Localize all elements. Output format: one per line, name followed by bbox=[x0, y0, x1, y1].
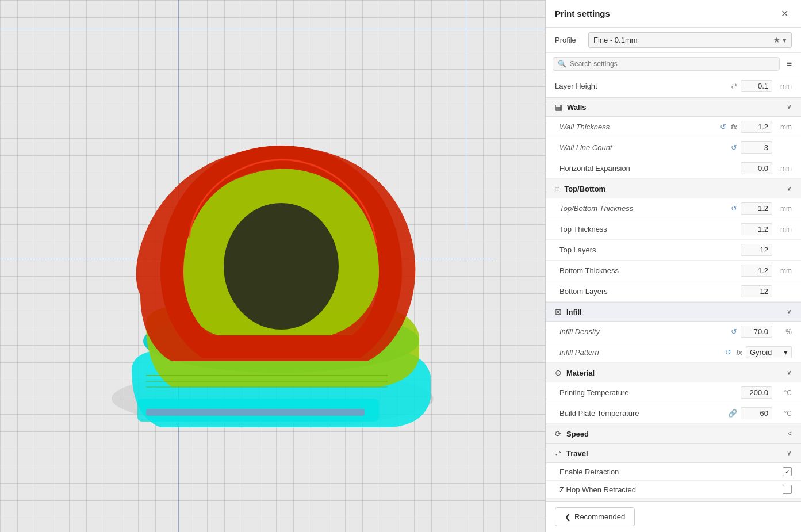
layer-height-label: Layer Height bbox=[555, 82, 727, 90]
profile-value: Fine - 0.1mm bbox=[593, 36, 638, 44]
build-plate-temp-label: Build Plate Temperature bbox=[559, 409, 725, 418]
layer-height-link-icon[interactable]: ⇄ bbox=[730, 81, 738, 91]
bottom-thickness-unit: mm bbox=[775, 267, 792, 275]
infill-pattern-fx[interactable]: fx bbox=[735, 347, 743, 358]
topbottom-thickness-label: Top/Bottom Thickness bbox=[559, 204, 727, 213]
walls-icon: ▦ bbox=[555, 102, 562, 112]
travel-icon: ⇌ bbox=[555, 449, 562, 458]
search-input[interactable] bbox=[570, 60, 775, 68]
topbottom-thickness-unit: mm bbox=[775, 205, 792, 213]
material-icon: ⊙ bbox=[555, 368, 562, 377]
zhop-row: Z Hop When Retracted bbox=[546, 481, 801, 499]
material-section-header[interactable]: ⊙ Material ∨ bbox=[546, 363, 801, 382]
close-button[interactable]: ✕ bbox=[777, 7, 792, 20]
enable-retraction-label: Enable Retraction bbox=[559, 468, 780, 476]
wall-thickness-reset[interactable]: ↺ bbox=[719, 121, 727, 132]
infill-density-reset[interactable]: ↺ bbox=[730, 326, 738, 337]
build-plate-temp-unit: °C bbox=[775, 409, 792, 418]
layer-height-unit: mm bbox=[775, 82, 792, 90]
layer-height-value[interactable]: 0.1 bbox=[741, 80, 772, 92]
recommended-label: Recommended bbox=[574, 512, 625, 521]
walls-title: Walls bbox=[567, 103, 782, 112]
build-plate-temp-value[interactable]: 60 bbox=[741, 407, 772, 419]
speed-title: Speed bbox=[566, 430, 783, 438]
top-layers-value[interactable]: 12 bbox=[741, 244, 772, 256]
build-plate-link-icon[interactable]: 🔗 bbox=[727, 408, 738, 419]
wall-line-count-row: Wall Line Count ↺ 3 bbox=[546, 137, 801, 158]
wall-thickness-unit: mm bbox=[775, 123, 792, 131]
infill-chevron: ∨ bbox=[787, 308, 792, 316]
topbottom-thickness-value[interactable]: 1.2 bbox=[741, 202, 772, 215]
infill-density-unit: % bbox=[775, 328, 792, 336]
layer-height-row: Layer Height ⇄ 0.1 mm bbox=[546, 75, 801, 97]
top-thickness-label: Top Thickness bbox=[559, 225, 738, 234]
infill-pattern-row: Infill Pattern ↺ fx Gyroid ▾ bbox=[546, 342, 801, 363]
wall-line-count-value[interactable]: 3 bbox=[741, 141, 772, 154]
walls-section-header[interactable]: ▦ Walls ∨ bbox=[546, 97, 801, 117]
panel-title: Print settings bbox=[555, 9, 610, 18]
menu-icon[interactable]: ≡ bbox=[784, 56, 794, 71]
center-hole bbox=[224, 203, 339, 330]
walls-chevron: ∨ bbox=[787, 103, 792, 111]
bottom-thickness-label: Bottom Thickness bbox=[559, 266, 738, 275]
recommended-chevron: ❮ bbox=[565, 512, 571, 521]
speed-icon: ⟳ bbox=[555, 429, 562, 438]
material-title: Material bbox=[566, 369, 782, 377]
infill-title: Infill bbox=[566, 308, 782, 316]
bottom-layers-value[interactable]: 12 bbox=[741, 285, 772, 297]
horizontal-expansion-row: Horizontal Expansion 0.0 mm bbox=[546, 158, 801, 179]
printing-temp-unit: °C bbox=[775, 389, 792, 397]
printing-temp-row: Printing Temperature 200.0 °C bbox=[546, 382, 801, 403]
enable-retraction-checkbox[interactable]: ✓ bbox=[783, 467, 792, 476]
top-thickness-row: Top Thickness 1.2 mm bbox=[546, 219, 801, 240]
infill-pattern-reset[interactable]: ↺ bbox=[724, 347, 733, 358]
topbottom-chevron: ∨ bbox=[787, 185, 792, 193]
infill-pattern-label: Infill Pattern bbox=[559, 348, 722, 357]
3d-object-area bbox=[0, 0, 545, 532]
top-layers-row: Top Layers 12 bbox=[546, 240, 801, 261]
wall-thickness-fx[interactable]: fx bbox=[730, 122, 738, 132]
top-layers-label: Top Layers bbox=[559, 246, 738, 254]
3d-viewport[interactable] bbox=[0, 0, 545, 532]
infill-density-value[interactable]: 70.0 bbox=[741, 326, 772, 338]
profile-chevron-icon: ▾ bbox=[783, 36, 787, 44]
bottom-thickness-row: Bottom Thickness 1.2 mm bbox=[546, 261, 801, 281]
zhop-label: Z Hop When Retracted bbox=[559, 485, 780, 494]
printing-temp-label: Printing Temperature bbox=[559, 388, 738, 397]
bottom-thickness-value[interactable]: 1.2 bbox=[741, 265, 772, 277]
recommended-button[interactable]: ❮ Recommended bbox=[555, 507, 635, 526]
horizontal-expansion-value[interactable]: 0.0 bbox=[741, 162, 772, 174]
zhop-checkbox[interactable] bbox=[783, 485, 792, 494]
wall-thickness-row: Wall Thickness ↺ fx 1.2 mm bbox=[546, 117, 801, 137]
topbottom-section-header[interactable]: ≡ Top/Bottom ∨ bbox=[546, 179, 801, 198]
infill-pattern-value: Gyroid bbox=[750, 348, 772, 357]
infill-section-header[interactable]: ⊠ Infill ∨ bbox=[546, 302, 801, 322]
profile-row: Profile Fine - 0.1mm ★ ▾ bbox=[546, 28, 801, 53]
top-thickness-value[interactable]: 1.2 bbox=[741, 223, 772, 235]
enable-retraction-row: Enable Retraction ✓ bbox=[546, 463, 801, 481]
printing-temp-value[interactable]: 200.0 bbox=[741, 386, 772, 399]
bottom-layers-row: Bottom Layers 12 bbox=[546, 281, 801, 302]
travel-title: Travel bbox=[566, 449, 782, 458]
star-icon: ★ bbox=[773, 36, 780, 44]
topbottom-title: Top/Bottom bbox=[564, 185, 782, 193]
wall-line-count-reset[interactable]: ↺ bbox=[730, 142, 738, 153]
speed-section-header[interactable]: ⟳ Speed < bbox=[546, 424, 801, 443]
wall-thickness-value[interactable]: 1.2 bbox=[741, 121, 772, 133]
purple-highlight bbox=[146, 409, 365, 416]
panel-header: Print settings ✕ bbox=[546, 0, 801, 28]
infill-density-row: Infill Density ↺ 70.0 % bbox=[546, 322, 801, 342]
search-row: 🔍 ≡ bbox=[546, 53, 801, 75]
speed-chevron: < bbox=[788, 430, 792, 438]
infill-pattern-dropdown[interactable]: Gyroid ▾ bbox=[746, 346, 792, 358]
profile-select[interactable]: Fine - 0.1mm ★ ▾ bbox=[588, 32, 792, 48]
profile-label: Profile bbox=[555, 36, 584, 44]
bottom-layers-label: Bottom Layers bbox=[559, 287, 738, 296]
panel-footer: ❮ Recommended bbox=[546, 501, 801, 532]
topbottom-thickness-reset[interactable]: ↺ bbox=[730, 203, 738, 214]
travel-section-header[interactable]: ⇌ Travel ∨ bbox=[546, 443, 801, 463]
search-icon: 🔍 bbox=[558, 60, 566, 68]
build-plate-temp-row: Build Plate Temperature 🔗 60 °C bbox=[546, 403, 801, 424]
topbottom-icon: ≡ bbox=[555, 184, 559, 193]
search-input-wrapper[interactable]: 🔍 bbox=[553, 57, 780, 71]
